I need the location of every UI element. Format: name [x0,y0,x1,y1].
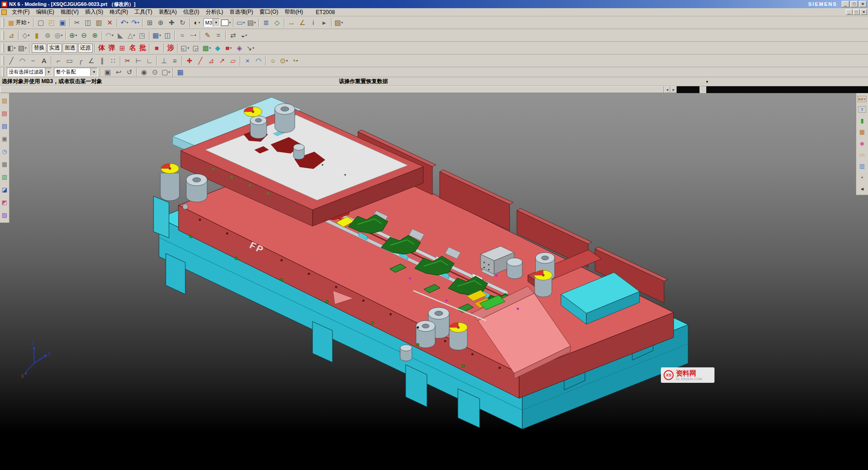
minimize-button[interactable]: _ [842,1,849,7]
profile-tool-button[interactable]: ⌐ [53,55,64,66]
rectangle-tool-button[interactable]: ▭ [64,55,75,66]
prompt-bar-menu-icon[interactable]: ▾ [706,79,708,84]
chevron-down-icon[interactable]: ▾ [296,59,298,63]
history-palette-icon[interactable]: ◷ [1,148,9,155]
offset-curve-button[interactable]: ∥ [97,55,108,66]
undo-button[interactable]: ↶▾ [119,17,130,28]
pattern-feature-button[interactable]: ▦▾ [151,30,162,41]
orient-view-button[interactable]: ◧▾ [6,43,17,54]
chamfer-sketch-button[interactable]: ∠ [86,55,97,66]
scroll-left-button[interactable]: ◄ [664,86,670,93]
purple-tool-button[interactable]: ◈ [234,43,245,54]
datum-axis-button[interactable]: ╱ [195,55,206,66]
constraints-button[interactable]: ⊥ [159,55,169,66]
intersect-button[interactable]: ⊗ [89,30,100,41]
mirror-feature-button[interactable]: ◫ [162,30,173,41]
chevron-down-icon[interactable]: ▾ [342,21,343,25]
menu-tools[interactable]: 工具(T) [131,8,155,16]
grid-tool-button[interactable]: ⊞ [117,43,128,54]
chevron-down-icon[interactable]: ▾ [61,34,63,37]
edge-blend-button[interactable]: ◠▾ [104,30,115,41]
vector-tool-button[interactable]: ↗ [217,55,228,66]
menu-window[interactable]: 窗口(O) [256,8,281,16]
process-studio-icon[interactable]: ▧ [1,173,9,181]
assembly-cut-button[interactable]: ◲ [190,43,201,54]
datum-csys-button[interactable]: ⊿ [206,55,217,66]
child-minimize-button[interactable]: _ [846,9,853,15]
through-curves-button[interactable]: ≈ [177,30,188,41]
text-annotation-icon[interactable]: T [858,106,866,113]
menu-edit[interactable]: 编辑(E) [33,8,57,16]
layer-settings-button[interactable]: ≣ [261,17,272,28]
menu-preferences[interactable]: 首选项(P) [226,8,256,16]
die-assembly-model[interactable]: FP Z Y X [0,93,868,470]
reuse-library-icon[interactable]: ▣ [1,135,9,143]
move-object-button[interactable]: ⇄ [228,30,238,41]
zoom-fit-button[interactable]: ⊞ [144,17,155,28]
rendering-style-button[interactable]: ▧▾ [17,43,28,54]
menu-assemblies[interactable]: 装配(A) [155,8,180,16]
restore-button[interactable]: □ [850,1,858,7]
chevron-down-icon[interactable]: ▾ [28,34,30,37]
pattern-curve-button[interactable]: ∷ [108,55,119,66]
new-button[interactable]: ▢ [35,17,46,28]
chamfer-button[interactable]: ◣ [115,30,126,41]
graphics-window[interactable]: FP Z Y X ▤▤▤▣◷▦▧◪◩▨ KEYT▮▦◆▭▥▪◂ XS 资料网 Z… [0,93,868,470]
highlight-selection-button[interactable]: ◉ [139,67,149,78]
wireframe-button[interactable]: ◇ [272,17,283,28]
zoom-button[interactable]: ⊕ [155,17,166,28]
background-swatch[interactable]: ▾ [221,17,232,28]
pan-button[interactable]: ✚ [166,17,177,28]
menu-view[interactable]: 视图(V) [57,8,82,16]
sketch-button[interactable]: ⊿ [6,30,17,41]
arc-tool-button[interactable]: ◠ [17,55,28,66]
save-button[interactable]: ▣ [57,17,68,28]
manufacturing-wizard-icon[interactable]: ◪ [1,186,9,193]
start-menu-button[interactable]: ▦开始▾ [6,17,32,28]
cyan-solid-button[interactable]: ◆ [212,43,223,54]
text-tool-button[interactable]: A [39,55,50,66]
scrollbar-thumb[interactable] [0,86,664,93]
chevron-down-icon[interactable]: ▾ [245,34,247,37]
selection-scope-combo[interactable]: 整个装配▾ [54,68,98,76]
subtract-button[interactable]: ⊖ [79,30,89,41]
name-tool-button[interactable]: 名 [128,43,138,54]
green-part-icon[interactable]: ▮ [858,117,866,124]
chevron-down-icon[interactable]: ▾ [243,21,245,25]
measure-angle-button[interactable]: ∠ [297,17,308,28]
shaded-display-button[interactable]: ◐▾ [192,17,203,28]
menu-insert[interactable]: 插入(S) [82,8,106,16]
open-button[interactable]: ◰ [46,17,57,28]
solid-transparency-button[interactable]: 实透 [47,44,62,53]
chevron-down-icon[interactable]: ▾ [45,68,52,76]
assembly-navigator-icon[interactable]: ▤ [1,97,9,104]
close-button[interactable]: ✕ [859,1,867,7]
snap-point-button[interactable]: ⊙ [149,67,160,78]
hole-button[interactable]: ◎▾ [53,30,64,41]
selection-tools-button[interactable]: ▸ [319,17,330,28]
new-window-button[interactable]: ▭▾ [235,17,246,28]
gauge-tool-icon[interactable]: ▥ [858,162,866,169]
redo-button[interactable]: ↷▾ [130,17,141,28]
paste-button[interactable]: ▥ [94,17,104,28]
roles-icon[interactable]: ◩ [1,198,9,206]
copy-button[interactable]: ◫ [83,17,94,28]
wave-link-button[interactable]: ◱▾ [179,43,190,54]
plane-tool-button[interactable]: ▱ [228,55,238,66]
quick-extend-button[interactable]: ⊢ [133,55,144,66]
show-hide-button[interactable]: ◒▾ [238,30,249,41]
point-tool-button[interactable]: ✚ [184,55,195,66]
chevron-down-icon[interactable]: ▾ [209,46,211,50]
unite-button[interactable]: ⊕▾ [68,30,79,41]
export-tool-button[interactable]: ↘▾ [245,43,256,54]
spline-tool-button[interactable]: ~ [28,55,39,66]
chevron-down-icon[interactable]: ▾ [169,70,170,74]
spring-tool-button[interactable]: 弹 [107,43,117,54]
menu-analysis[interactable]: 分析(L) [203,8,227,16]
replace-refset-button[interactable]: 替换 [32,44,46,53]
selection-preferences-button[interactable]: ▦ [175,67,186,78]
chevron-down-icon[interactable]: ▾ [188,46,189,50]
red-cube-button[interactable]: ■ [151,43,162,54]
solid-tool-button[interactable]: 体 [97,43,107,54]
swept-button[interactable]: ~▾ [188,30,198,41]
